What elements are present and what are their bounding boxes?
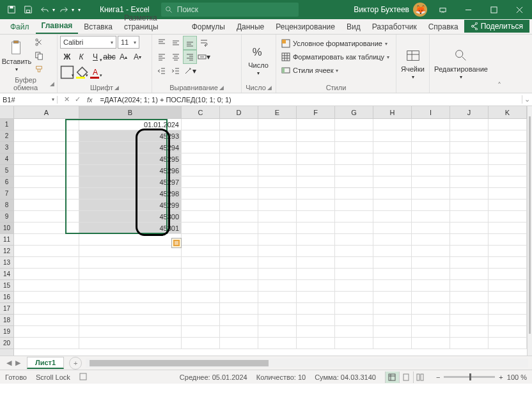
cell[interactable]	[258, 119, 297, 130]
cell[interactable]: 45295	[79, 153, 182, 165]
ribbon-display-icon[interactable]	[430, 0, 455, 19]
cell[interactable]	[373, 246, 412, 257]
cell[interactable]	[335, 326, 373, 338]
cell[interactable]	[220, 269, 258, 280]
cell[interactable]	[14, 257, 79, 269]
strikethrough-button[interactable]: abc	[102, 50, 116, 64]
align-left-button[interactable]	[155, 50, 169, 64]
cell[interactable]	[182, 246, 220, 257]
add-sheet-button[interactable]: +	[69, 357, 82, 370]
row-header[interactable]: 4	[0, 153, 13, 165]
cell[interactable]	[373, 188, 412, 199]
cell[interactable]	[335, 303, 373, 315]
cell[interactable]	[182, 188, 220, 199]
cell[interactable]	[14, 142, 79, 153]
cell[interactable]	[412, 234, 450, 246]
cell[interactable]	[258, 269, 297, 280]
copy-button[interactable]	[32, 49, 46, 62]
borders-button[interactable]: ▾	[60, 65, 74, 79]
cell[interactable]: 45297	[79, 176, 182, 188]
cell[interactable]	[182, 292, 220, 303]
cell[interactable]	[258, 153, 297, 165]
align-top-button[interactable]	[155, 36, 169, 50]
cell[interactable]	[182, 269, 220, 280]
cell[interactable]	[258, 257, 297, 269]
autosave-icon[interactable]	[4, 2, 19, 17]
select-all-corner[interactable]	[0, 106, 14, 119]
tab-developer[interactable]: Разработчик	[366, 20, 423, 34]
cell[interactable]	[335, 142, 373, 153]
cell[interactable]	[412, 257, 450, 269]
cell[interactable]	[373, 211, 412, 223]
cell[interactable]	[258, 130, 297, 142]
dialog-launcher-icon[interactable]: ◢	[219, 84, 224, 91]
cell[interactable]	[182, 338, 220, 349]
merge-button[interactable]: ▾	[197, 50, 211, 64]
cell[interactable]	[412, 292, 450, 303]
collapse-ribbon-icon[interactable]: ˄	[494, 35, 505, 93]
cell[interactable]	[489, 338, 527, 349]
cell[interactable]	[182, 234, 220, 246]
cell[interactable]	[258, 280, 297, 292]
cell[interactable]	[335, 165, 373, 176]
cell[interactable]	[489, 246, 527, 257]
cell[interactable]	[450, 280, 489, 292]
next-sheet-icon[interactable]: ▶	[15, 359, 20, 367]
cell[interactable]	[489, 326, 527, 338]
editing-button[interactable]: Редактирование▾	[432, 36, 490, 91]
cell[interactable]	[373, 165, 412, 176]
cell[interactable]	[258, 315, 297, 326]
row-header[interactable]: 19	[0, 326, 13, 338]
zoom-in-button[interactable]: +	[499, 373, 503, 381]
font-color-button[interactable]: А▾	[88, 65, 102, 79]
cell[interactable]	[450, 234, 489, 246]
cell[interactable]	[450, 153, 489, 165]
cell[interactable]	[412, 165, 450, 176]
accessibility-icon[interactable]	[79, 373, 87, 382]
cell[interactable]	[297, 303, 335, 315]
autofill-options-button[interactable]	[171, 238, 182, 248]
row-header[interactable]: 16	[0, 292, 13, 303]
close-icon[interactable]	[506, 0, 532, 19]
cell[interactable]	[412, 211, 450, 223]
cell[interactable]	[14, 326, 79, 338]
cell[interactable]	[79, 280, 182, 292]
tab-data[interactable]: Данные	[231, 20, 270, 34]
expand-formula-bar-icon[interactable]: ⌄	[522, 95, 532, 104]
qat-customize[interactable]: ▾	[78, 7, 81, 13]
column-header[interactable]: D	[220, 106, 258, 118]
cell[interactable]	[14, 246, 79, 257]
cell[interactable]	[14, 292, 79, 303]
cell[interactable]	[79, 315, 182, 326]
cell[interactable]	[450, 315, 489, 326]
share-button[interactable]: Поделиться	[464, 20, 529, 33]
cell[interactable]	[297, 326, 335, 338]
cell[interactable]	[489, 130, 527, 142]
tab-home[interactable]: Главная	[36, 19, 79, 34]
cell[interactable]	[220, 257, 258, 269]
cell[interactable]	[182, 315, 220, 326]
row-header[interactable]: 12	[0, 246, 13, 257]
cell[interactable]	[489, 119, 527, 130]
column-header[interactable]: C	[182, 106, 220, 118]
cell[interactable]	[412, 153, 450, 165]
cell[interactable]	[220, 246, 258, 257]
cell[interactable]	[79, 338, 182, 349]
cell[interactable]	[182, 303, 220, 315]
dialog-launcher-icon[interactable]: ◢	[114, 84, 119, 91]
row-header[interactable]: 2	[0, 130, 13, 142]
wrap-text-button[interactable]	[197, 36, 211, 50]
cell[interactable]	[335, 269, 373, 280]
increase-font-button[interactable]: A▴	[116, 50, 130, 64]
cell[interactable]	[489, 153, 527, 165]
cell[interactable]	[14, 119, 79, 130]
cell[interactable]	[489, 292, 527, 303]
column-header[interactable]: H	[373, 106, 412, 118]
cell[interactable]	[258, 223, 297, 234]
tab-view[interactable]: Вид	[341, 20, 366, 34]
cell[interactable]	[258, 234, 297, 246]
cell[interactable]	[373, 199, 412, 211]
dialog-launcher-icon[interactable]: ◢	[50, 81, 54, 87]
cell[interactable]	[373, 130, 412, 142]
sheet-tab[interactable]: Лист1	[27, 357, 64, 369]
